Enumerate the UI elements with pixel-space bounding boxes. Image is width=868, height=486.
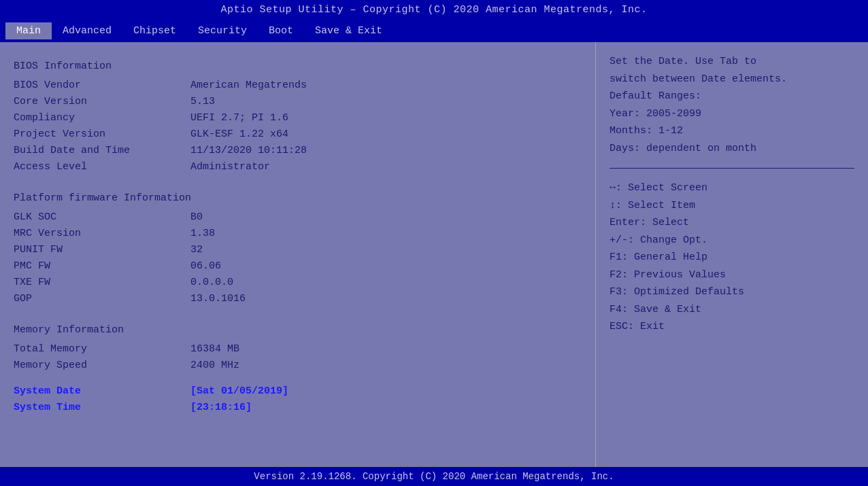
bios-info-header: BIOS Information	[14, 58, 582, 75]
system-date-row[interactable]: System Date [Sat 01/05/2019]	[14, 383, 582, 400]
compliancy-value: UEFI 2.7; PI 1.6	[190, 110, 288, 126]
platform-info-header: Platform firmware Information	[14, 190, 582, 207]
menu-bar: Main Advanced Chipset Security Boot Save…	[0, 20, 868, 42]
total-memory-value: 16384 MB	[190, 341, 239, 358]
title-bar: Aptio Setup Utility – Copyright (C) 2020…	[0, 0, 868, 20]
key-enter-select: Enter: Select	[610, 214, 854, 232]
gop-row: GOP 13.0.1016	[14, 291, 582, 307]
glk-soc-label: GLK SOC	[14, 209, 190, 226]
mrc-version-row: MRC Version 1.38	[14, 226, 582, 242]
help-divider	[610, 168, 854, 169]
pmc-fw-row: PMC FW 06.06	[14, 258, 582, 275]
title-text: Aptio Setup Utility – Copyright (C) 2020…	[220, 4, 647, 16]
footer-text: Version 2.19.1268. Copyright (C) 2020 Am…	[254, 471, 614, 482]
compliancy-label: Compliancy	[14, 110, 190, 126]
build-date-row: Build Date and Time 11/13/2020 10:11:28	[14, 143, 582, 159]
project-version-label: Project Version	[14, 126, 190, 143]
pmc-fw-value: 06.06	[190, 258, 221, 275]
memory-speed-row: Memory Speed 2400 MHz	[14, 358, 582, 374]
txe-fw-row: TXE FW 0.0.0.0	[14, 275, 582, 291]
pmc-fw-label: PMC FW	[14, 258, 190, 275]
menu-item-boot[interactable]: Boot	[258, 22, 304, 39]
bios-vendor-label: BIOS Vendor	[14, 77, 190, 94]
left-panel: BIOS Information BIOS Vendor American Me…	[0, 42, 596, 467]
access-level-value: Administrator	[190, 159, 270, 175]
build-date-label: Build Date and Time	[14, 143, 190, 159]
core-version-row: Core Version 5.13	[14, 94, 582, 110]
total-memory-row: Total Memory 16384 MB	[14, 341, 582, 358]
memory-speed-label: Memory Speed	[14, 358, 190, 374]
punit-fw-value: 32	[190, 242, 203, 258]
key-esc-exit: ESC: Exit	[610, 318, 854, 336]
total-memory-label: Total Memory	[14, 341, 190, 358]
mrc-version-value: 1.38	[190, 226, 215, 242]
menu-item-save-exit[interactable]: Save & Exit	[304, 22, 393, 39]
help-description: Set the Date. Use Tab to switch between …	[610, 53, 854, 157]
build-date-value: 11/13/2020 10:11:28	[190, 143, 307, 159]
txe-fw-label: TXE FW	[14, 275, 190, 291]
menu-item-security[interactable]: Security	[187, 22, 258, 39]
key-opt-defaults: F3: Optimized Defaults	[610, 283, 854, 301]
gop-value: 13.0.1016	[190, 291, 246, 307]
menu-item-main[interactable]: Main	[5, 22, 52, 39]
access-level-row: Access Level Administrator	[14, 159, 582, 175]
key-prev-values: F2: Previous Values	[610, 266, 854, 284]
project-version-value: GLK-ESF 1.22 x64	[190, 126, 288, 143]
content-area: BIOS Information BIOS Vendor American Me…	[0, 42, 868, 467]
punit-fw-label: PUNIT FW	[14, 242, 190, 258]
compliancy-row: Compliancy UEFI 2.7; PI 1.6	[14, 110, 582, 126]
key-general-help: F1: General Help	[610, 249, 854, 266]
menu-item-advanced[interactable]: Advanced	[52, 22, 122, 39]
bios-vendor-value: American Megatrends	[190, 77, 307, 94]
glk-soc-row: GLK SOC B0	[14, 209, 582, 226]
key-help-section: ↔: Select Screen ↕: Select Item Enter: S…	[610, 179, 854, 336]
core-version-value: 5.13	[190, 94, 215, 110]
punit-fw-row: PUNIT FW 32	[14, 242, 582, 258]
key-select-item: ↕: Select Item	[610, 197, 854, 215]
key-change-opt: +/-: Change Opt.	[610, 232, 854, 249]
bios-vendor-row: BIOS Vendor American Megatrends	[14, 77, 582, 94]
memory-info-header: Memory Information	[14, 322, 582, 339]
bios-screen: Aptio Setup Utility – Copyright (C) 2020…	[0, 0, 868, 486]
bottom-bar: Version 2.19.1268. Copyright (C) 2020 Am…	[0, 467, 868, 486]
core-version-label: Core Version	[14, 94, 190, 110]
system-time-value[interactable]: [23:18:16]	[190, 400, 252, 416]
glk-soc-value: B0	[190, 209, 203, 226]
key-save-exit: F4: Save & Exit	[610, 301, 854, 319]
access-level-label: Access Level	[14, 159, 190, 175]
system-time-label: System Time	[14, 400, 190, 416]
mrc-version-label: MRC Version	[14, 226, 190, 242]
system-date-value[interactable]: [Sat 01/05/2019]	[190, 383, 288, 400]
system-date-label: System Date	[14, 383, 190, 400]
memory-speed-value: 2400 MHz	[190, 358, 239, 374]
txe-fw-value: 0.0.0.0	[190, 275, 233, 291]
system-time-row[interactable]: System Time [23:18:16]	[14, 400, 582, 416]
key-select-screen: ↔: Select Screen	[610, 179, 854, 197]
gop-label: GOP	[14, 291, 190, 307]
right-panel: Set the Date. Use Tab to switch between …	[596, 42, 868, 467]
menu-item-chipset[interactable]: Chipset	[122, 22, 187, 39]
project-version-row: Project Version GLK-ESF 1.22 x64	[14, 126, 582, 143]
